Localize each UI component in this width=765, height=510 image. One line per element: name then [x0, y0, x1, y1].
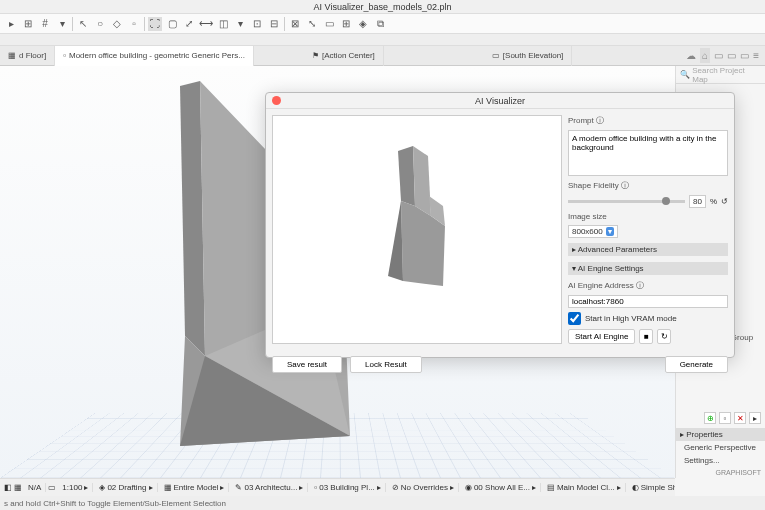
- tab-elevation[interactable]: ▭[South Elevation]: [484, 46, 572, 66]
- titlebar: AI Visualizer_base_models_02.pln: [0, 0, 765, 14]
- fidelity-value[interactable]: 80: [689, 195, 706, 208]
- add-icon[interactable]: ⊕: [704, 412, 716, 424]
- arrow-icon[interactable]: ▸: [4, 17, 18, 31]
- sb-model[interactable]: ▦ Entire Model ▸: [160, 483, 230, 492]
- search-box[interactable]: 🔍 Search Project Map: [676, 66, 765, 84]
- dialog-footer: Save result Lock Result Generate: [266, 350, 734, 379]
- svg-marker-7: [413, 146, 431, 216]
- more-icon[interactable]: ▸: [749, 412, 761, 424]
- engine-settings[interactable]: ▾ AI Engine Settings: [568, 262, 728, 275]
- size-select[interactable]: 800x600 ▾: [568, 225, 618, 238]
- size-label: Image size: [568, 212, 728, 221]
- reset-icon[interactable]: ↺: [721, 197, 728, 206]
- search-placeholder: Search Project Map: [692, 66, 761, 84]
- window-icon[interactable]: ▭: [322, 17, 336, 31]
- tab-label: [South Elevation]: [503, 51, 563, 60]
- floor-icon: ▦: [8, 51, 16, 60]
- brand-logo: GRAPHISOFT: [676, 467, 765, 478]
- sb-show[interactable]: ◉ 00 Show All E... ▸: [461, 483, 541, 492]
- grid-icon[interactable]: #: [38, 17, 52, 31]
- del-icon[interactable]: ✕: [734, 412, 746, 424]
- preview-model: [383, 146, 463, 296]
- file-title: AI Visualizer_base_models_02.pln: [314, 2, 452, 12]
- sb-icon[interactable]: ▭: [48, 483, 56, 492]
- shape-icon[interactable]: ◇: [110, 17, 124, 31]
- preview-pane: [272, 115, 562, 344]
- home-icon[interactable]: ⌂: [700, 48, 710, 63]
- img-icon[interactable]: ▭: [727, 50, 736, 61]
- sb-na[interactable]: N/A: [24, 483, 46, 492]
- tool-icon[interactable]: ⊞: [21, 17, 35, 31]
- fidelity-label: Shape Fidelity ⓘ: [568, 180, 728, 191]
- refresh-button[interactable]: ↻: [657, 329, 671, 344]
- new-icon[interactable]: ▫: [719, 412, 731, 424]
- camera-icon[interactable]: ▾: [233, 17, 247, 31]
- circle-icon[interactable]: ○: [93, 17, 107, 31]
- fidelity-row: 80 % ↺: [568, 195, 728, 208]
- svg-marker-6: [398, 146, 415, 206]
- vram-checkbox-row: Start in High VRAM mode: [568, 312, 728, 325]
- generate-button[interactable]: Generate: [665, 356, 728, 373]
- dialog-body: Prompt ⓘ Shape Fidelity ⓘ 80 % ↺ Image s…: [266, 109, 734, 350]
- copy-icon[interactable]: ▫: [127, 17, 141, 31]
- tool-icon[interactable]: ⊟: [267, 17, 281, 31]
- separator: [72, 17, 73, 31]
- view-link[interactable]: Generic Perspective: [676, 441, 765, 454]
- properties-header[interactable]: ▸ Properties: [676, 428, 765, 441]
- fidelity-unit: %: [710, 197, 717, 206]
- nav-icon[interactable]: ⛶: [148, 17, 162, 31]
- copy-icon[interactable]: ⧉: [373, 17, 387, 31]
- tool-icon[interactable]: ◈: [356, 17, 370, 31]
- cube-icon[interactable]: ◫: [216, 17, 230, 31]
- tool-icon[interactable]: ⊞: [339, 17, 353, 31]
- vram-label: Start in High VRAM mode: [585, 314, 677, 323]
- sb-override[interactable]: ⊘ No Overrides ▸: [388, 483, 459, 492]
- stop-button[interactable]: ■: [639, 329, 653, 344]
- tool-icon[interactable]: ⊠: [288, 17, 302, 31]
- search-icon: 🔍: [680, 70, 690, 79]
- addr-label: AI Engine Address ⓘ: [568, 280, 728, 291]
- elev-icon: ▭: [492, 51, 500, 60]
- settings-link[interactable]: Settings...: [676, 454, 765, 467]
- tab-action-center[interactable]: ⚑[Action Center]: [304, 46, 384, 66]
- engine-button-row: Start AI Engine ■ ↻: [568, 329, 728, 344]
- prompt-label: Prompt ⓘ: [568, 115, 728, 126]
- view-icon: ▫: [63, 51, 66, 60]
- addr-input[interactable]: [568, 295, 728, 308]
- save-result-button[interactable]: Save result: [272, 356, 342, 373]
- sb-scale[interactable]: 1:100 ▸: [58, 483, 93, 492]
- close-icon[interactable]: [272, 96, 281, 105]
- tab-perspective[interactable]: ▫Modern office building - geometric Gene…: [55, 46, 254, 66]
- dialog-titlebar[interactable]: AI Visualizer: [266, 93, 734, 109]
- sb-class[interactable]: ▤ Main Model Cl... ▸: [543, 483, 626, 492]
- vram-checkbox[interactable]: [568, 312, 581, 325]
- tool-icon[interactable]: ⤡: [305, 17, 319, 31]
- fidelity-slider[interactable]: [568, 200, 685, 203]
- prompt-input[interactable]: [568, 130, 728, 176]
- tab-floor[interactable]: ▦d Floor]: [0, 46, 55, 66]
- arrows-icon[interactable]: ⤢: [182, 17, 196, 31]
- img-icon[interactable]: ▭: [740, 50, 749, 61]
- chevron-icon[interactable]: ▾: [55, 17, 69, 31]
- box-icon[interactable]: ▢: [165, 17, 179, 31]
- sb-arch[interactable]: ✎ 03 Architectu... ▸: [231, 483, 308, 492]
- sb-layer[interactable]: ◈ 02 Drafting ▸: [95, 483, 157, 492]
- svg-marker-10: [388, 201, 403, 281]
- tab-label: d Floor]: [19, 51, 46, 60]
- separator: [284, 17, 285, 31]
- dim-icon[interactable]: ⟷: [199, 17, 213, 31]
- img-icon[interactable]: ▭: [714, 50, 723, 61]
- tool-icon[interactable]: ⊡: [250, 17, 264, 31]
- lock-result-button[interactable]: Lock Result: [350, 356, 422, 373]
- sb-shade[interactable]: ◐ Simple Shading ▸: [628, 483, 675, 492]
- cloud-icon[interactable]: ☁: [686, 50, 696, 61]
- list-icon[interactable]: ≡: [753, 50, 759, 61]
- cursor-icon[interactable]: ↖: [76, 17, 90, 31]
- main-toolbar: ▸ ⊞ # ▾ ↖ ○ ◇ ▫ ⛶ ▢ ⤢ ⟷ ◫ ▾ ⊡ ⊟ ⊠ ⤡ ▭ ⊞ …: [0, 14, 765, 34]
- sb-build[interactable]: ▫ 03 Building Pl... ▸: [310, 483, 385, 492]
- sb-icon[interactable]: ◧: [4, 483, 12, 492]
- start-engine-button[interactable]: Start AI Engine: [568, 329, 635, 344]
- sb-icon[interactable]: ▦: [14, 483, 22, 492]
- advanced-params[interactable]: ▸ Advanced Parameters: [568, 243, 728, 256]
- dialog-controls: Prompt ⓘ Shape Fidelity ⓘ 80 % ↺ Image s…: [568, 115, 728, 344]
